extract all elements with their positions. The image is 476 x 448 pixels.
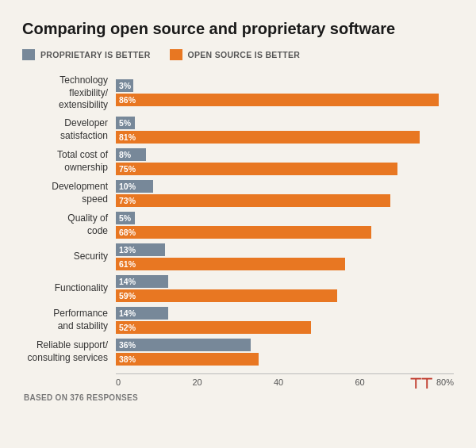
bars-container: 14%52%	[116, 307, 454, 334]
row-label: Functionality	[22, 282, 116, 295]
row-label: Development speed	[22, 181, 116, 205]
open-bar-wrap: 52%	[116, 321, 454, 334]
row-label: Developer satisfaction	[22, 117, 116, 142]
open-bar: 68%	[116, 226, 371, 239]
prop-bar-wrap: 5%	[116, 212, 454, 224]
chart-row: Technology flexibility/ extensibility3%8…	[22, 75, 454, 112]
chart-row: Development speed10%73%	[22, 180, 454, 207]
open-bar-wrap: 59%	[116, 289, 454, 302]
legend-open: OPEN SOURCE IS BETTER	[170, 49, 301, 60]
bars-container: 10%73%	[116, 180, 454, 207]
open-bar-wrap: 81%	[116, 131, 454, 144]
prop-bar: 36%	[116, 339, 251, 351]
chart-row: Performance and stability14%52%	[22, 307, 454, 334]
prop-bar-wrap: 10%	[116, 180, 454, 193]
bars-container: 5%68%	[116, 212, 454, 239]
bars-container: 3%86%	[116, 79, 454, 106]
footer-note: BASED ON 376 RESPONSES	[24, 393, 454, 402]
prop-bar: 5%	[116, 117, 135, 129]
prop-bar: 5%	[116, 212, 135, 224]
open-bar-wrap: 38%	[116, 353, 454, 366]
open-bar-wrap: 73%	[116, 194, 454, 207]
chart-row: Quality of code5%68%	[22, 212, 454, 239]
x-tick: 40	[274, 377, 283, 387]
open-bar: 38%	[116, 353, 259, 366]
logo-icon: ⊤⊤	[409, 375, 432, 392]
legend-prop-box	[22, 49, 35, 60]
row-label: Performance and stability	[22, 308, 116, 332]
row-label: Quality of code	[22, 213, 116, 237]
prop-bar: 14%	[116, 307, 168, 320]
chart-rows: Technology flexibility/ extensibility3%8…	[22, 75, 454, 370]
chart-area: Technology flexibility/ extensibility3%8…	[22, 75, 454, 402]
chart-row: Reliable support/ consulting services36%…	[22, 339, 454, 366]
open-bar: 73%	[116, 194, 390, 207]
prop-bar: 10%	[116, 180, 153, 193]
prop-bar: 8%	[116, 148, 146, 161]
legend-open-label: OPEN SOURCE IS BETTER	[188, 50, 301, 59]
open-bar-wrap: 61%	[116, 258, 454, 270]
prop-bar: 3%	[116, 79, 133, 92]
chart-row: Total cost of ownership8%75%	[22, 148, 454, 175]
open-bar: 81%	[116, 131, 420, 144]
legend-prop: PROPRIETARY IS BETTER	[22, 49, 151, 60]
open-bar: 61%	[116, 258, 345, 270]
x-tick: 20	[192, 377, 202, 387]
x-tick: 60	[355, 377, 364, 387]
chart-row: Security13%61%	[22, 243, 454, 270]
legend-prop-label: PROPRIETARY IS BETTER	[40, 50, 151, 59]
prop-bar-wrap: 14%	[116, 275, 454, 288]
bars-container: 14%59%	[116, 275, 454, 302]
open-bar-wrap: 86%	[116, 94, 454, 106]
open-bar: 86%	[116, 94, 439, 106]
prop-bar-wrap: 13%	[116, 243, 454, 256]
bars-container: 8%75%	[116, 148, 454, 175]
prop-bar-wrap: 8%	[116, 148, 454, 161]
row-label: Reliable support/ consulting services	[22, 339, 116, 364]
prop-bar-wrap: 5%	[116, 117, 454, 129]
open-bar-wrap: 68%	[116, 226, 454, 239]
bars-container: 13%61%	[116, 243, 454, 270]
open-bar: 59%	[116, 289, 337, 302]
prop-bar-wrap: 3%	[116, 79, 454, 92]
legend: PROPRIETARY IS BETTER OPEN SOURCE IS BET…	[22, 49, 454, 60]
x-tick: 0	[116, 377, 121, 387]
chart-row: Functionality14%59%	[22, 275, 454, 302]
row-label: Technology flexibility/ extensibility	[22, 75, 116, 112]
legend-open-box	[170, 49, 182, 60]
x-axis-ticks: 020406080%	[116, 374, 454, 387]
prop-bar-wrap: 36%	[116, 339, 454, 351]
row-label: Security	[22, 251, 116, 263]
open-bar: 75%	[116, 163, 397, 175]
open-bar-wrap: 75%	[116, 163, 454, 175]
x-axis: 020406080%	[116, 373, 454, 387]
prop-bar-wrap: 14%	[116, 307, 454, 320]
prop-bar: 14%	[116, 275, 168, 288]
x-tick: 80%	[436, 377, 454, 387]
prop-bar: 13%	[116, 243, 165, 256]
chart-row: Developer satisfaction5%81%	[22, 117, 454, 144]
bars-container: 36%38%	[116, 339, 454, 366]
bars-container: 5%81%	[116, 117, 454, 144]
row-label: Total cost of ownership	[22, 149, 116, 174]
chart-title: Comparing open source and proprietary so…	[22, 19, 454, 38]
open-bar: 52%	[116, 321, 311, 334]
